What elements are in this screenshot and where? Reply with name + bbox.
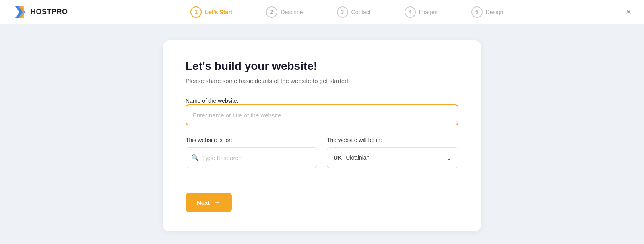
step-line-1 (237, 12, 261, 12)
next-label: Next (197, 199, 210, 206)
website-for-col: This website is for: 🔍 (186, 137, 317, 168)
language-label: The website will be in: (327, 137, 458, 143)
close-button[interactable]: × (626, 8, 631, 17)
card-title: Let's build your website! (186, 60, 458, 73)
card-subtitle: Please share some basic details of the w… (186, 77, 458, 84)
step-5[interactable]: 5 Design (471, 6, 504, 18)
website-name-input[interactable] (186, 104, 458, 125)
step-line-4 (442, 12, 466, 12)
step-circle-2: 2 (266, 6, 277, 18)
lang-left: UK Ukrainian (334, 154, 369, 161)
step-label-2: Describe (281, 9, 303, 15)
divider (186, 181, 458, 181)
step-line-2 (308, 12, 332, 12)
language-col: The website will be in: UK Ukrainian ⌄ (327, 137, 458, 168)
logo-text: HOSTPRO (31, 8, 68, 16)
step-label-3: Contact (351, 9, 371, 15)
step-label-1: Let's Start (205, 9, 232, 15)
step-circle-4: 4 (405, 6, 416, 18)
step-circle-5: 5 (471, 6, 483, 18)
lang-name: Ukrainian (346, 154, 369, 161)
main-content: Let's build your website! Please share s… (0, 24, 644, 244)
header: HOSTPRO 1 Let's Start 2 Describe 3 Conta… (0, 0, 644, 24)
language-select[interactable]: UK Ukrainian ⌄ (327, 147, 458, 168)
website-for-input[interactable] (186, 147, 317, 168)
logo-icon (13, 5, 27, 19)
step-3[interactable]: 3 Contact (337, 6, 371, 18)
name-label: Name of the website: (186, 98, 239, 104)
arrow-right-icon: → (214, 199, 221, 206)
card: Let's build your website! Please share s… (163, 40, 481, 231)
search-input-wrap: 🔍 (186, 147, 317, 168)
stepper: 1 Let's Start 2 Describe 3 Contact 4 Ima (190, 6, 503, 18)
step-2[interactable]: 2 Describe (266, 6, 303, 18)
step-1[interactable]: 1 Let's Start (190, 6, 232, 18)
step-label-5: Design (486, 9, 504, 15)
step-4[interactable]: 4 Images (405, 6, 438, 18)
lang-code: UK (334, 154, 342, 161)
chevron-down-icon: ⌄ (446, 154, 452, 162)
step-line-3 (376, 12, 400, 12)
step-label-4: Images (419, 9, 438, 15)
next-button[interactable]: Next → (186, 193, 232, 212)
step-circle-3: 3 (337, 6, 348, 18)
website-for-label: This website is for: (186, 137, 317, 143)
two-col-section: This website is for: 🔍 The website will … (186, 137, 458, 168)
step-circle-1: 1 (190, 6, 202, 18)
logo: HOSTPRO (13, 5, 68, 19)
